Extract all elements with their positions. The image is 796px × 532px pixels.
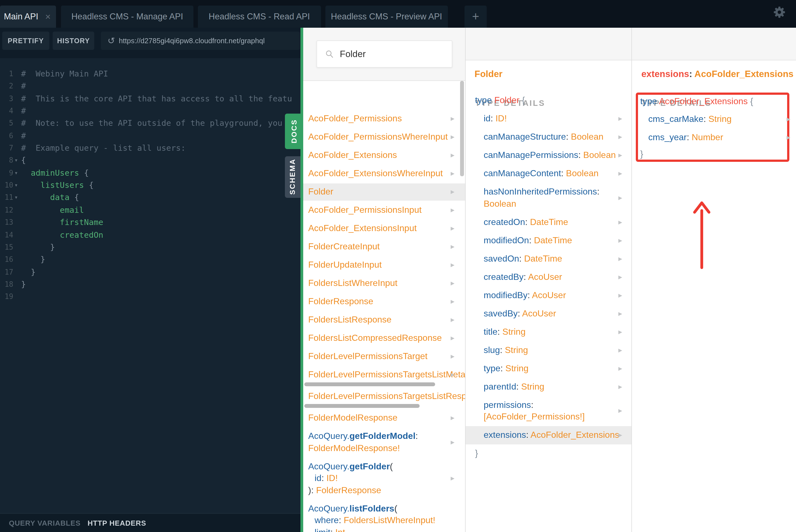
docs-list-item[interactable]: where: FoldersListWhereInput! — [315, 515, 435, 525]
type-signature-open: type AcoFolder_Extensions { — [640, 96, 753, 107]
type-field-row-wrap[interactable]: [AcoFolder_Permissions!] — [484, 412, 585, 422]
http-headers-tab[interactable]: HTTP HEADERS — [88, 519, 146, 527]
docs-list-item[interactable]: FoldersListResponse — [308, 315, 392, 325]
type-field-row[interactable]: title: String — [484, 327, 526, 337]
docs-list-item[interactable]: AcoQuery.getFolderModel: — [308, 431, 418, 441]
type-field-row[interactable]: savedBy: AcoUser — [484, 308, 556, 318]
chevron-right-icon: ▶ — [451, 226, 455, 231]
type-field-row[interactable]: slug: String — [484, 345, 528, 355]
folder-type-panel: Folder TYPE DETAILS type Folder {id: ID!… — [465, 28, 631, 532]
query-editor[interactable]: 1# Webiny Main API2#3# This is the core … — [0, 58, 300, 513]
chevron-right-icon: ▶ — [451, 171, 455, 176]
endpoint-url: https://d2785gi4qi6pw8.cloudfront.net/gr… — [119, 37, 265, 45]
tab-headless-cms-preview-api[interactable]: Headless CMS - Preview API — [325, 5, 448, 28]
docs-list-item[interactable]: FoldersListWhereInput — [308, 278, 397, 288]
docs-list-item[interactable]: FolderModelResponse — [308, 413, 397, 423]
line-number: 10 — [0, 181, 13, 189]
docs-side-tab[interactable]: DOCS — [285, 114, 303, 149]
chevron-right-icon: ▶ — [618, 310, 622, 316]
close-tab-icon[interactable]: ✕ — [44, 13, 57, 21]
tab-headless-cms-read-api[interactable]: Headless CMS - Read API — [198, 5, 321, 28]
docs-list-item[interactable]: AcoFolder_ExtensionsWhereInput — [308, 169, 443, 178]
chevron-right-icon: ▶ — [451, 354, 455, 359]
refresh-icon[interactable]: ↺ — [101, 36, 119, 46]
type-field-row[interactable]: type: String — [484, 363, 529, 373]
line-number: 16 — [0, 255, 13, 264]
line-number: 11 — [0, 193, 13, 202]
chevron-right-icon: ▶ — [618, 134, 622, 140]
search-icon — [325, 50, 334, 58]
new-tab-button[interactable]: + — [465, 5, 487, 28]
docs-list-item[interactable]: ): FolderResponse — [308, 485, 381, 495]
docs-list-item[interactable]: FoldersListCompressedResponse — [308, 333, 442, 343]
docs-list-item[interactable]: FolderModelResponse! — [308, 443, 400, 453]
history-button[interactable]: HISTORY — [53, 32, 94, 50]
search-input[interactable] — [339, 48, 435, 60]
docs-list-item[interactable]: AcoFolder_PermissionsInput — [308, 205, 421, 215]
chevron-right-icon: ▶ — [618, 116, 622, 121]
chevron-right-icon: ▶ — [618, 219, 622, 225]
code-line: 7# Example query - list all users: — [0, 142, 300, 154]
docs-list-item[interactable]: FolderLevelPermissionsTargetsListMeta — [308, 369, 465, 380]
docs-list-item[interactable]: FolderLevelPermissionsTargetsListRespo — [308, 391, 465, 401]
fold-caret-icon[interactable]: ▾ — [15, 182, 17, 188]
docs-list-item[interactable]: AcoQuery.listFolders( — [308, 504, 397, 513]
chevron-right-icon: ▶ — [618, 256, 622, 261]
docs-list-item[interactable]: limit: Int — [315, 527, 345, 532]
type-field-row[interactable]: canManageContent: Boolean — [484, 169, 599, 178]
horizontal-scrollbar[interactable] — [304, 404, 420, 407]
docs-list-item[interactable]: AcoQuery.getFolder( — [308, 461, 393, 471]
docs-list-item[interactable]: FolderResponse — [308, 297, 373, 306]
type-field-row[interactable]: id: ID! — [484, 114, 507, 124]
type-field-row[interactable]: createdOn: DateTime — [484, 217, 568, 227]
endpoint-url-field[interactable]: ↺ https://d2785gi4qi6pw8.cloudfront.net/… — [101, 32, 300, 50]
code-line: 14 createdOn — [0, 229, 300, 241]
line-number: 9 — [0, 169, 13, 177]
docs-list-item[interactable]: FolderUpdateInput — [308, 260, 382, 270]
docs-list-scrollbar[interactable] — [460, 81, 464, 176]
docs-search-header — [303, 28, 465, 81]
code-line: 6# — [0, 129, 300, 142]
type-field-row[interactable]: modifiedOn: DateTime — [484, 235, 572, 245]
type-field-row[interactable]: cms_carMake: String — [648, 114, 732, 124]
docs-list-item[interactable]: id: ID! — [315, 473, 338, 483]
docs-list-item[interactable]: AcoFolder_Extensions — [308, 150, 397, 160]
query-variables-tab[interactable]: QUERY VARIABLES — [9, 519, 81, 527]
type-field-row[interactable]: hasNonInheritedPermissions: — [484, 187, 600, 197]
line-number: 5 — [0, 119, 13, 128]
tab-main-api[interactable]: Main API✕ — [0, 5, 56, 28]
type-field-row[interactable]: canManageStructure: Boolean — [484, 132, 603, 142]
chevron-right-icon: ▶ — [618, 171, 622, 176]
type-field-row[interactable]: createdBy: AcoUser — [484, 272, 562, 282]
line-number: 7 — [0, 144, 13, 152]
docs-list-item[interactable]: FolderCreateInput — [308, 242, 380, 252]
code-line: 10▾ listUsers { — [0, 179, 300, 191]
type-field-row[interactable]: permissions: — [484, 400, 533, 410]
docs-list-item[interactable]: AcoFolder_ExtensionsInput — [308, 223, 417, 233]
type-field-row[interactable]: parentId: String — [484, 382, 544, 392]
schema-side-tab[interactable]: SCHEMA — [285, 156, 300, 197]
prettify-button[interactable]: PRETTIFY — [2, 32, 49, 50]
gear-icon[interactable] — [773, 6, 785, 18]
docs-list-item[interactable]: AcoFolder_PermissionsWhereInput — [308, 132, 448, 142]
docs-list-item[interactable]: AcoFolder_Permissions — [308, 114, 402, 124]
chevron-right-icon: ▶ — [451, 475, 455, 481]
type-field-row[interactable]: savedOn: DateTime — [484, 253, 562, 264]
code-line: 11▾ data { — [0, 191, 300, 204]
chevron-right-icon: ▶ — [451, 134, 455, 140]
chevron-right-icon: ▶ — [618, 274, 622, 280]
type-field-row-wrap[interactable]: Boolean — [484, 199, 516, 209]
docs-list-item[interactable]: Folder — [308, 187, 334, 197]
docs-list-item[interactable]: FolderLevelPermissionsTarget — [308, 352, 428, 361]
type-field-row[interactable]: cms_year: Number — [648, 132, 723, 142]
docs-search-box[interactable] — [317, 40, 452, 68]
chevron-right-icon: ▶ — [618, 408, 622, 414]
type-field-row[interactable]: canManagePermissions: Boolean — [484, 150, 616, 160]
type-field-row[interactable]: modifiedBy: AcoUser — [484, 290, 566, 300]
fold-caret-icon[interactable]: ▾ — [15, 158, 17, 163]
tab-headless-cms-manage-api[interactable]: Headless CMS - Manage API — [61, 5, 193, 28]
type-field-row[interactable]: extensions: AcoFolder_Extensions — [484, 430, 619, 440]
fold-caret-icon[interactable]: ▾ — [15, 195, 17, 200]
fold-caret-icon[interactable]: ▾ — [15, 170, 17, 176]
horizontal-scrollbar[interactable] — [304, 382, 435, 386]
